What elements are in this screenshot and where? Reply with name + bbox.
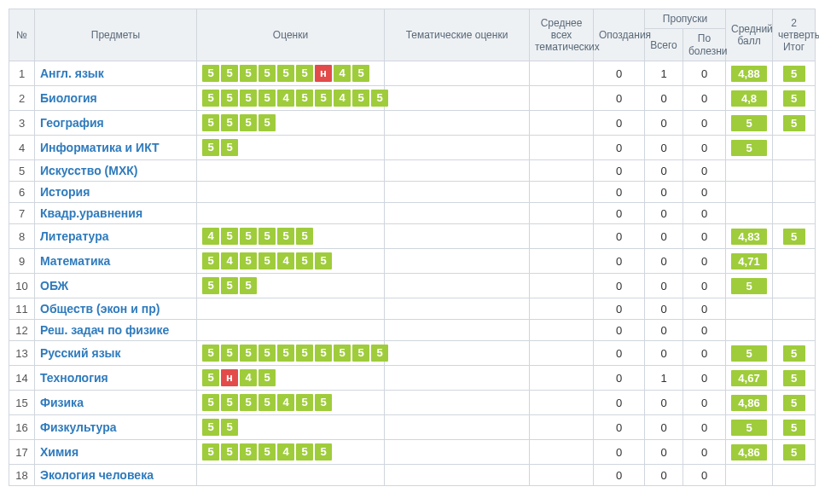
abs-ill-cell: 0 [683, 465, 726, 486]
col-quarter: 2 четверть Итог [773, 9, 816, 61]
subject-cell: Технология [35, 366, 197, 391]
quarter-cell [773, 136, 816, 160]
grade-mark: 5 [202, 345, 219, 362]
subject-link[interactable]: Русский язык [40, 346, 121, 360]
subject-link[interactable]: Технология [40, 371, 108, 385]
grade-mark: 5 [221, 114, 238, 131]
grades-table: № Предметы Оценки Тематические оценки Ср… [9, 9, 816, 486]
row-number: 8 [9, 224, 35, 249]
subject-link[interactable]: Информатика и ИКТ [40, 141, 160, 154]
row-number: 10 [9, 274, 35, 298]
subject-cell: Химия [35, 440, 197, 465]
subject-link[interactable]: ОБЖ [40, 279, 68, 293]
table-body: 1Англ. язык555555н450104,8852Биология555… [9, 61, 816, 486]
late-cell: 0 [594, 415, 645, 440]
col-thematic: Тематические оценки [385, 9, 530, 61]
avg-cell: 4,71 [726, 249, 773, 274]
thematic-cell [385, 203, 530, 224]
abs-ill-cell: 0 [683, 440, 726, 465]
grade-mark: 5 [202, 419, 219, 436]
avg-badge: 5 [731, 278, 767, 294]
row-number: 7 [9, 203, 35, 224]
avg-thematic-cell [530, 320, 594, 341]
subject-link[interactable]: Англ. язык [40, 67, 104, 80]
row-number: 9 [9, 249, 35, 274]
abs-ill-cell: 0 [683, 61, 726, 86]
abs-total-cell: 0 [645, 224, 683, 249]
grade-mark: 5 [371, 90, 388, 107]
table-row: 12Реш. задач по физике000 [9, 320, 816, 341]
thematic-cell [385, 465, 530, 486]
grade-mark: 5 [221, 277, 238, 294]
subject-link[interactable]: География [40, 116, 104, 130]
avg-cell: 5 [726, 415, 773, 440]
avg-cell: 4,86 [726, 440, 773, 465]
thematic-cell [385, 224, 530, 249]
subject-cell: ОБЖ [35, 274, 197, 298]
thematic-cell [385, 320, 530, 341]
avg-badge: 4,88 [731, 66, 767, 82]
late-cell: 0 [594, 274, 645, 298]
subject-link[interactable]: История [40, 185, 90, 199]
row-number: 12 [9, 320, 35, 341]
avg-thematic-cell [530, 465, 594, 486]
avg-thematic-cell [530, 182, 594, 203]
avg-badge: 4,86 [731, 444, 767, 461]
subject-link[interactable]: Биология [40, 91, 97, 105]
subject-link[interactable]: Математика [40, 254, 110, 268]
late-cell: 0 [594, 391, 645, 415]
avg-cell [726, 465, 773, 486]
subject-link[interactable]: Искусство (МХК) [40, 164, 137, 177]
subject-link[interactable]: Обществ (экон и пр) [40, 302, 160, 316]
grade-mark: 5 [240, 114, 257, 131]
late-cell: 0 [594, 440, 645, 465]
subject-link[interactable]: Физика [40, 396, 84, 409]
subject-link[interactable]: Квадр.уравнения [40, 206, 142, 220]
abs-ill-cell: 0 [683, 111, 726, 136]
abs-total-cell: 0 [645, 298, 683, 320]
grades-cell: 5555455 [197, 440, 385, 465]
subject-link[interactable]: Реш. задач по физике [40, 323, 169, 337]
abs-total-cell: 0 [645, 440, 683, 465]
quarter-cell: 5 [773, 86, 816, 111]
row-number: 11 [9, 298, 35, 320]
quarter-cell [773, 203, 816, 224]
row-number: 16 [9, 415, 35, 440]
row-number: 17 [9, 440, 35, 465]
subject-link[interactable]: Литература [40, 229, 109, 243]
thematic-cell [385, 182, 530, 203]
grade-mark: 5 [258, 90, 276, 107]
abs-total-cell: 0 [645, 160, 683, 182]
thematic-cell [385, 341, 530, 366]
grade-mark: 4 [277, 90, 294, 107]
subject-link[interactable]: Экология человека [40, 468, 154, 482]
grade-mark: 4 [334, 90, 351, 107]
table-row: 18Экология человека000 [9, 465, 816, 486]
avg-thematic-cell [530, 136, 594, 160]
table-row: 15Физика55554550004,865 [9, 391, 816, 415]
grade-mark: 4 [277, 252, 294, 269]
grade-mark: 5 [221, 443, 238, 461]
quarter-badge: 5 [783, 395, 805, 411]
grade-mark: 5 [202, 90, 219, 107]
abs-ill-cell: 0 [683, 160, 726, 182]
avg-badge: 4,86 [731, 395, 767, 411]
abs-total-cell: 0 [645, 136, 683, 160]
quarter-cell: 5 [773, 366, 816, 391]
grade-mark: 5 [296, 90, 313, 107]
thematic-cell [385, 440, 530, 465]
subject-cell: Биология [35, 86, 197, 111]
subject-link[interactable]: Химия [40, 445, 78, 459]
grades-cell: 5555455 [197, 391, 385, 415]
table-row: 11Обществ (экон и пр)000 [9, 298, 816, 320]
abs-total-cell: 0 [645, 274, 683, 298]
quarter-cell [773, 249, 816, 274]
quarter-cell: 5 [773, 341, 816, 366]
quarter-badge: 5 [783, 115, 805, 131]
col-abs-ill: По болезни [683, 29, 726, 61]
avg-badge: 4,8 [731, 90, 767, 107]
abs-ill-cell: 0 [683, 86, 726, 111]
subject-link[interactable]: Физкультура [40, 420, 117, 434]
grade-mark: 5 [296, 228, 313, 245]
quarter-cell: 5 [773, 391, 816, 415]
